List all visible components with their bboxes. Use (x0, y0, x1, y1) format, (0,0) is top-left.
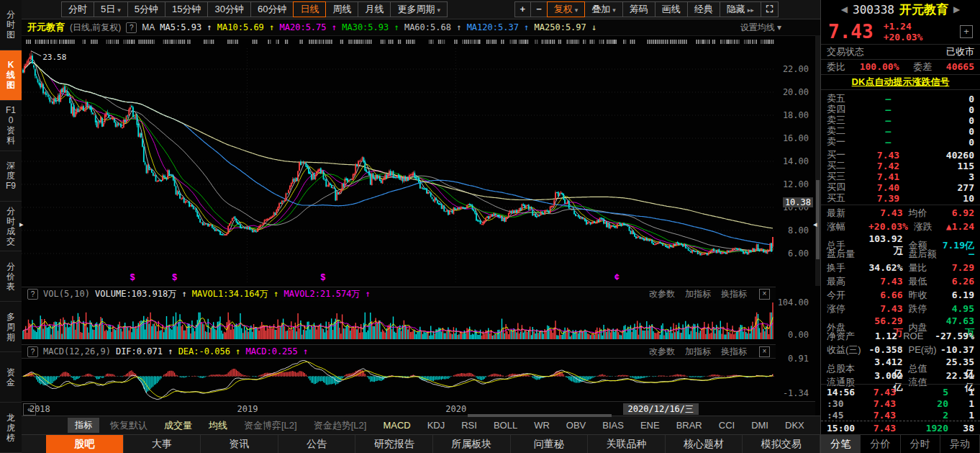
sidebar-item-kline-chart[interactable]: K 线 图 (0, 50, 22, 101)
5min-button[interactable]: 5分钟 (127, 1, 165, 17)
indicator-item[interactable]: OBV (566, 420, 586, 431)
fuquan-button[interactable]: 复权▾ (547, 1, 586, 17)
quote-tab-分时[interactable]: 分时 (901, 435, 940, 453)
bottom-tab-所属板块[interactable]: 所属板块 (433, 435, 511, 453)
indicator-item[interactable]: 恢复默认 (110, 420, 148, 431)
zoom-in-button[interactable]: + (514, 1, 532, 17)
macd-legend-item: DEA:-0.056 ↑ (178, 346, 246, 356)
price-change: +1.24 +20.03% (884, 21, 923, 42)
ma-legend-item: MA10:5.69 ↑ (217, 22, 280, 32)
sidebar-item-dragon-tiger[interactable]: 龙 虎 榜 (0, 403, 22, 453)
fullscreen-button[interactable]: ⛶ (761, 1, 779, 17)
ma-settings-dropdown[interactable]: 设置均线 ▾ (740, 22, 781, 34)
help-icon[interactable]: ? (27, 346, 38, 357)
help-icon[interactable]: ? (27, 289, 38, 300)
fenshi-button[interactable]: 分时 (61, 1, 94, 17)
bottom-tab-关联品种[interactable]: 关联品种 (588, 435, 666, 453)
indicator-item[interactable]: 均线 (209, 420, 227, 431)
60min-button[interactable]: 60分钟 (250, 1, 294, 17)
indicator-item[interactable]: DKX (785, 420, 804, 431)
sidebar-item-fenshi-chart[interactable]: 分 时 图 (0, 0, 22, 50)
sidebar-item-funds[interactable]: 资 金 (0, 352, 22, 403)
indicator-item[interactable]: BIAS (602, 420, 624, 431)
chart-mode-label: (日线,前复权) (70, 22, 121, 34)
panel-collapse-handle-left[interactable]: ▸ (19, 220, 24, 229)
macd-chart-canvas[interactable] (22, 358, 776, 402)
sidebar-item-multi-period[interactable]: 多 周 期 (0, 302, 22, 352)
indicator-item[interactable]: MACD (383, 420, 410, 431)
sidebar-item-f10-info[interactable]: F10 资 料 (0, 101, 22, 151)
weekly-button[interactable]: 周线 (325, 1, 358, 17)
zoom-out-button[interactable]: − (530, 1, 548, 17)
hide-button[interactable]: 隐藏▸▸ (720, 1, 761, 17)
tick-count: 1 (948, 410, 974, 421)
pane-action-加指标[interactable]: 加指标 (685, 346, 711, 358)
horizontal-scrollbar-thumb[interactable] (468, 414, 612, 417)
add-to-watchlist-button[interactable]: + (960, 25, 973, 38)
tick-volume: 1920 (896, 423, 948, 434)
sell-price: — (854, 94, 922, 104)
close-icon[interactable]: × (759, 289, 770, 300)
axis-tick-label: 20.00 (783, 87, 809, 97)
sidebar-item-price-table[interactable]: 分 价 表 (0, 251, 22, 302)
close-icon[interactable]: × (759, 346, 770, 357)
daily-button[interactable]: 日线 (293, 1, 326, 17)
quote-tab-分价[interactable]: 分价 (861, 435, 900, 453)
pane-action-加指标[interactable]: 加指标 (685, 288, 711, 300)
chips-button[interactable]: 筹码 (622, 1, 655, 17)
classic-button[interactable]: 经典 (687, 1, 720, 17)
panel-collapse-handle-right[interactable]: ◂ (813, 220, 817, 229)
draw-line-button[interactable]: 画线 (655, 1, 688, 17)
stat-label: 涨跌 (914, 220, 945, 233)
next-stock-arrow[interactable]: ▶ (953, 4, 960, 14)
kline-chart-canvas[interactable]: 23.58$$$¢ (22, 35, 776, 286)
15min-button[interactable]: 15分钟 (165, 1, 208, 17)
sell-row: 卖一—0 (821, 135, 980, 146)
stat-label: 最新 (827, 207, 868, 220)
indicator-item[interactable]: 成交量 (164, 420, 192, 431)
30min-button[interactable]: 30分钟 (207, 1, 250, 17)
sidebar-item-tick-trades[interactable]: 分 时 成 交 (0, 202, 22, 252)
sell-price: — (854, 115, 922, 126)
bottom-tab-研究报告[interactable]: 研究报告 (355, 435, 433, 453)
bottom-tab-资讯[interactable]: 资讯 (201, 435, 278, 453)
5day-button[interactable]: 5日▾ (94, 1, 128, 17)
bottom-tab-模拟交易[interactable]: 模拟交易 (743, 435, 820, 453)
indicator-item[interactable]: 资金趋势[L2] (314, 420, 367, 431)
indicator-item[interactable]: 资金博弈[L2] (244, 420, 297, 431)
sidebar-item-depth-f9[interactable]: 深 度 F9 (0, 151, 22, 202)
weicha-label: 委差 (913, 60, 932, 73)
stat-value: 4.95 (940, 303, 975, 314)
indicator-item[interactable]: DMI (751, 420, 768, 431)
bottom-tab-公告[interactable]: 公告 (278, 435, 356, 453)
bottom-tab-问董秘[interactable]: 问董秘 (511, 435, 589, 453)
quote-tab-分笔[interactable]: 分笔 (821, 435, 861, 453)
volume-chart-canvas[interactable] (22, 300, 776, 341)
dk-signal-link[interactable]: DK点自动提示涨跌信号 (852, 76, 950, 89)
ma-legend-item: MA250:5.97 ↓ (535, 22, 597, 32)
bottom-tab-股吧[interactable]: 股吧 (46, 435, 124, 453)
chart-vertical-scrollbar[interactable] (815, 35, 820, 286)
indicator-item[interactable]: WR (534, 420, 550, 431)
pane-action-换指标[interactable]: 换指标 (721, 346, 747, 358)
quote-tab-异动[interactable]: 异动 (940, 435, 980, 453)
indicator-item[interactable]: ENE (640, 420, 660, 431)
indicator-item[interactable]: RSI (461, 420, 477, 431)
trade-status-row: 交易状态 已收市 (821, 44, 980, 59)
prev-stock-arrow[interactable]: ◀ (841, 4, 848, 14)
help-icon[interactable]: ? (126, 22, 137, 33)
chart-region: 开元教育 (日线,前复权) ? MA MA5:5.93 ↑ MA10:5.69 … (22, 19, 820, 416)
bottom-tab-核心题材[interactable]: 核心题材 (666, 435, 743, 453)
indicator-item[interactable]: KDJ (427, 420, 445, 431)
pane-action-换指标[interactable]: 换指标 (721, 288, 747, 300)
overlay-button[interactable]: 叠加▾ (584, 1, 623, 17)
pane-action-改参数[interactable]: 改参数 (649, 288, 675, 300)
indicator-item[interactable]: BRAR (676, 420, 702, 431)
indicator-item[interactable]: BOLL (494, 420, 517, 431)
pane-action-改参数[interactable]: 改参数 (649, 346, 675, 358)
indicator-item[interactable]: CCI (719, 420, 735, 431)
more-periods-button[interactable]: 更多周期▾ (390, 1, 448, 17)
indicator-lead-button[interactable]: 指标 (68, 418, 99, 433)
monthly-button[interactable]: 月线 (358, 1, 391, 17)
bottom-tab-大事[interactable]: 大事 (124, 435, 201, 453)
